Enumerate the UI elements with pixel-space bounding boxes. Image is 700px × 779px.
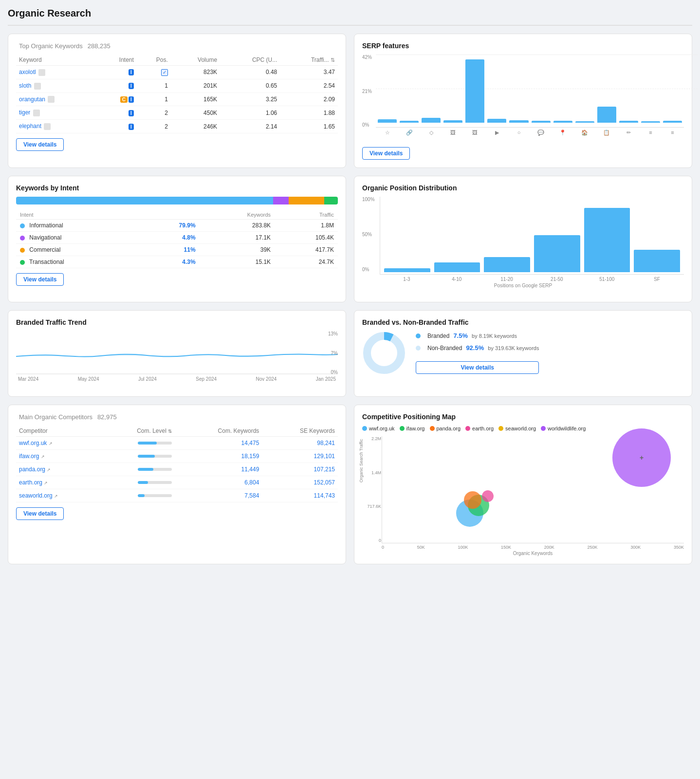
filter-icon[interactable]: ⇅ — [331, 57, 335, 63]
badge-i: I — [129, 69, 134, 75]
nonbranded-label: Non-Branded — [427, 345, 462, 352]
table-row: orangutan CI 1 165K 3.25 2.09 — [16, 93, 338, 106]
keywords-intent-title: Keywords by Intent — [16, 184, 338, 192]
comp-keywords: 14,475 — [175, 437, 262, 450]
keyword-link[interactable]: orangutan — [19, 96, 45, 103]
serp-view-details-button[interactable]: View details — [362, 147, 410, 160]
keyword-icon — [44, 123, 51, 130]
comp-name: seaworld.org ↗ — [16, 489, 99, 502]
trend-svg — [16, 331, 338, 375]
cpm-color-dot — [362, 426, 367, 431]
pos-bar-item — [634, 250, 680, 272]
pos-bar-item — [384, 268, 430, 272]
intent-pct: 79.9% — [141, 220, 199, 232]
competitors-card: Main Organic Competitors 82,975 Competit… — [8, 405, 346, 564]
scatter-area: 2.2M 1.4M 717.6K 0 + — [382, 436, 684, 543]
serp-icon: 🔗 — [400, 130, 419, 136]
intent-label: Informational — [16, 220, 141, 232]
trend-chart: 13% 7% 0% Mar 2024 May 2024 Jul 2024 — [16, 331, 338, 385]
nonbranded-keywords: by 319.63K keywords — [488, 345, 539, 351]
intent-cell: I — [97, 120, 137, 133]
intent-keywords: 17.1K — [200, 232, 275, 244]
serp-bar-item — [597, 107, 616, 123]
volume-cell: 165K — [171, 93, 220, 106]
table-row: tiger I 2 450K 1.06 1.88 — [16, 106, 338, 120]
volume-cell: 823K — [171, 66, 220, 79]
scatter-bubble — [482, 490, 494, 502]
keyword-link[interactable]: elephant — [19, 123, 41, 130]
comp-link[interactable]: ifaw.org — [19, 453, 39, 460]
serp-icon: 📋 — [597, 130, 616, 136]
branded-label: Branded — [427, 333, 449, 339]
svg-point-1 — [367, 336, 401, 370]
serp-icon: ✏ — [619, 130, 638, 136]
keyword-link[interactable]: tiger — [19, 109, 30, 116]
cpc-cell: 0.65 — [220, 79, 280, 93]
competitive-map-card: Competitive Positioning Map wwf.org.ukif… — [354, 405, 692, 564]
comp-row: wwf.org.uk ↗ 14,475 98,241 — [16, 437, 338, 450]
intent-label: Commercial — [16, 244, 141, 256]
comp-link[interactable]: panda.org — [19, 466, 45, 473]
branded-trend-card: Branded Traffic Trend 13% 7% 0% Mar — [8, 310, 346, 397]
comp-link[interactable]: seaworld.org — [19, 492, 53, 499]
com-bar-fill — [138, 468, 153, 471]
scatter-x-labels: 0 50K 100K 150K 200K 250K 300K 350K — [382, 545, 684, 550]
cpc-cell: 1.06 — [220, 106, 280, 120]
com-bar-fill — [138, 494, 145, 497]
comp-filter-icon[interactable]: ⇅ — [168, 428, 172, 434]
competitors-view-details-button[interactable]: View details — [16, 507, 64, 520]
competitive-map-title: Competitive Positioning Map — [362, 413, 684, 421]
cpm-legend-label: wwf.org.uk — [369, 426, 395, 431]
comp-row: ifaw.org ↗ 18,159 129,101 — [16, 450, 338, 463]
intent-cell: I — [97, 106, 137, 120]
keyword-cell: tiger — [16, 106, 97, 120]
keyword-link[interactable]: sloth — [19, 82, 31, 89]
pos-cell: 2 — [137, 120, 171, 133]
intent-segment — [273, 197, 289, 204]
intent-cell: CI — [97, 93, 137, 106]
comp-name: earth.org ↗ — [16, 476, 99, 489]
comp-row: seaworld.org ↗ 7,584 114,743 — [16, 489, 338, 502]
volume-cell: 450K — [171, 106, 220, 120]
comp-link[interactable]: earth.org — [19, 479, 42, 486]
keyword-icon — [38, 69, 45, 76]
intent-bar — [16, 197, 338, 204]
serp-icon: 🏠 — [575, 130, 594, 136]
traffic-cell: 1.65 — [280, 120, 338, 133]
serp-bar-item — [663, 121, 682, 123]
comp-row: earth.org ↗ 6,804 152,057 — [16, 476, 338, 489]
intent-traffic: 417.7K — [275, 244, 338, 256]
serp-title: SERP features — [362, 42, 684, 50]
cpm-legend-label: ifaw.org — [406, 426, 425, 431]
intent-pct: 4.8% — [141, 232, 199, 244]
serp-bar-item — [378, 119, 397, 123]
serp-icon: ○ — [509, 130, 528, 136]
position-chart: 100% 50% 0% 1-34-1011-2021-5051-100SF Po… — [362, 197, 684, 294]
keyword-link[interactable]: axolotl — [19, 69, 36, 75]
intent-view-details-button[interactable]: View details — [16, 273, 64, 286]
serp-bar-item — [553, 121, 572, 123]
intent-segment — [289, 197, 324, 204]
serp-icon: ≡ — [641, 130, 660, 136]
cpc-cell: 0.48 — [220, 66, 280, 79]
page-title: Organic Research — [8, 8, 692, 19]
keyword-cell: axolotl — [16, 66, 97, 79]
keyword-icon — [48, 96, 55, 103]
checkbox-icon[interactable]: ✓ — [161, 69, 168, 76]
comp-name: wwf.org.uk ↗ — [16, 437, 99, 450]
intent-row: Informational 79.9% 283.8K 1.8M — [16, 220, 338, 232]
serp-icon: 📍 — [553, 130, 572, 136]
comp-se-keywords: 152,057 — [262, 476, 338, 489]
top-keywords-view-details-button[interactable]: View details — [16, 138, 64, 151]
badge-i: I — [129, 124, 134, 130]
pos-cell: 2 — [137, 106, 171, 120]
keyword-cell: sloth — [16, 79, 97, 93]
comp-link[interactable]: wwf.org.uk — [19, 440, 47, 446]
comp-level — [99, 489, 175, 502]
branded-vs-title: Branded vs. Non-Branded Traffic — [362, 318, 684, 326]
cpm-legend-item: ifaw.org — [400, 426, 425, 431]
traffic-cell: 1.88 — [280, 106, 338, 120]
intent-pct: 4.3% — [141, 256, 199, 268]
top-keywords-title: Top Organic Keywords 288,235 — [16, 42, 338, 50]
branded-view-details-button[interactable]: View details — [416, 361, 539, 374]
